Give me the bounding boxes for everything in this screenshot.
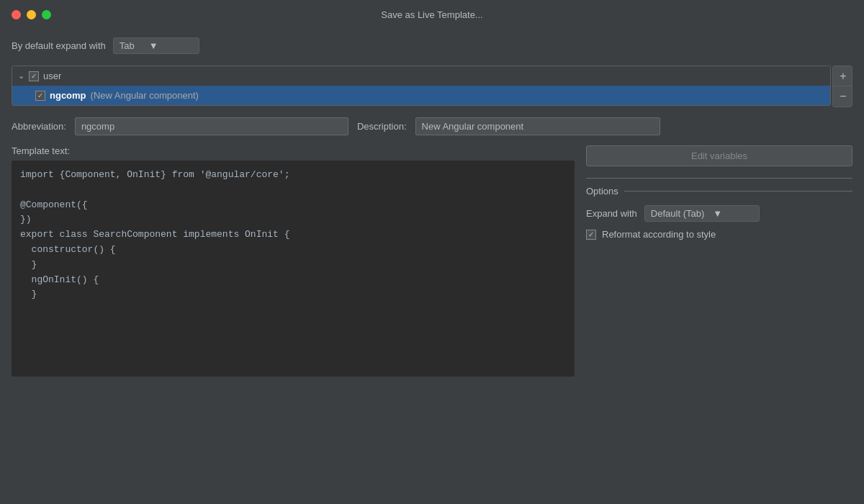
- tree-group-header[interactable]: ⌄ user: [12, 66, 830, 86]
- template-left: Template text:: [12, 145, 575, 379]
- edit-variables-button[interactable]: Edit variables: [586, 145, 852, 166]
- group-name: user: [43, 71, 61, 81]
- code-editor[interactable]: [12, 161, 575, 377]
- tree-item[interactable]: ngcomp (New Angular component): [12, 86, 830, 105]
- description-input[interactable]: [415, 117, 660, 135]
- tree-border: ⌄ user ngcomp (New Angular component): [12, 66, 831, 106]
- tree-container: ⌄ user ngcomp (New Angular component) + …: [12, 66, 852, 106]
- options-section: Options Expand with Default (Tab) ▼ Refo…: [586, 178, 852, 240]
- chevron-down-icon: ▼: [713, 208, 722, 219]
- description-label: Description:: [357, 121, 407, 132]
- expand-with-dropdown[interactable]: Default (Tab) ▼: [644, 205, 760, 222]
- options-title: Options: [586, 186, 618, 197]
- expand-with-value: Default (Tab): [651, 208, 704, 219]
- titlebar: Save as Live Template...: [0, 0, 864, 29]
- window-controls: [12, 10, 51, 19]
- item-checkbox[interactable]: [35, 91, 45, 101]
- group-checkbox[interactable]: [29, 71, 39, 81]
- template-right: Edit variables Options Expand with Defau…: [586, 145, 852, 379]
- abbreviation-label: Abbreviation:: [12, 121, 66, 132]
- expand-row: By default expand with Tab ▼: [12, 37, 852, 54]
- add-button[interactable]: +: [833, 66, 852, 86]
- remove-button[interactable]: −: [833, 86, 852, 107]
- reformat-checkbox[interactable]: [586, 230, 596, 240]
- expand-with-label: Expand with: [586, 208, 637, 219]
- expand-dropdown-value: Tab: [120, 40, 135, 51]
- minimize-button[interactable]: [27, 10, 36, 19]
- chevron-down-icon: ▼: [149, 40, 158, 51]
- options-divider: [624, 191, 852, 192]
- chevron-icon[interactable]: ⌄: [18, 71, 24, 81]
- abbreviation-input[interactable]: [75, 117, 348, 135]
- expand-with-row: Expand with Default (Tab) ▼: [586, 205, 852, 222]
- expand-dropdown[interactable]: Tab ▼: [113, 37, 199, 54]
- item-name: ngcomp: [50, 90, 86, 101]
- reformat-label: Reformat according to style: [602, 229, 716, 240]
- reformat-row: Reformat according to style: [586, 229, 852, 240]
- main-content: By default expand with Tab ▼ ⌄ user ngco…: [0, 29, 864, 387]
- maximize-button[interactable]: [42, 10, 51, 19]
- tree-action-buttons: + −: [832, 66, 852, 107]
- fields-row: Abbreviation: Description:: [12, 117, 852, 135]
- window-title: Save as Live Template...: [381, 9, 482, 20]
- template-section: Template text: Edit variables Options Ex…: [12, 145, 852, 379]
- close-button[interactable]: [12, 10, 21, 19]
- item-description: (New Angular component): [91, 90, 199, 101]
- template-label: Template text:: [12, 145, 575, 156]
- options-header: Options: [586, 186, 852, 197]
- expand-label: By default expand with: [12, 40, 106, 51]
